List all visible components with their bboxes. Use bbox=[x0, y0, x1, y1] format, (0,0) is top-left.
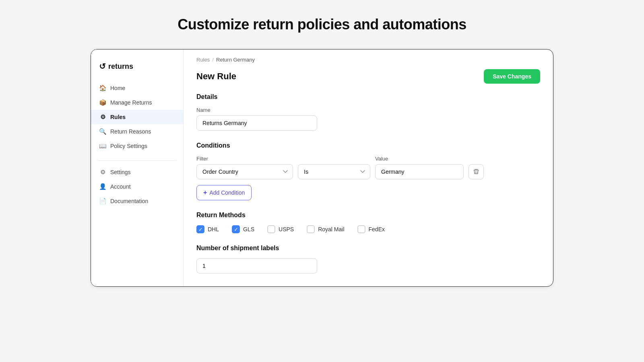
operator-field-group: Is Is Not Contains bbox=[298, 156, 370, 179]
filter-label: Filter bbox=[196, 156, 293, 162]
breadcrumb-separator: / bbox=[212, 57, 214, 63]
add-condition-label: Add Condition bbox=[209, 189, 245, 196]
sidebar-logo: ↺ returns bbox=[91, 58, 183, 81]
sidebar-item-manage-returns-label: Manage Returns bbox=[110, 99, 152, 106]
filter-field-group: Filter Order Country Order Value Product… bbox=[196, 156, 293, 179]
royal-mail-label: Royal Mail bbox=[318, 226, 344, 232]
sidebar-divider bbox=[97, 160, 177, 161]
documentation-icon: 📄 bbox=[99, 197, 106, 205]
details-section-title: Details bbox=[196, 93, 540, 101]
operator-label bbox=[298, 156, 370, 162]
usps-label: USPS bbox=[279, 226, 294, 232]
account-icon: 👤 bbox=[99, 183, 106, 190]
sidebar-item-manage-returns[interactable]: 📦 Manage Returns bbox=[91, 95, 183, 110]
sidebar-item-account-label: Account bbox=[110, 183, 131, 190]
trash-icon bbox=[473, 169, 479, 175]
shipment-labels-input[interactable] bbox=[196, 258, 317, 274]
page-title: Customize return policies and automation… bbox=[178, 16, 466, 33]
fedex-label: FedEx bbox=[369, 226, 385, 232]
app-container: ↺ returns 🏠 Home 📦 Manage Returns ⚙ Rule… bbox=[91, 49, 553, 287]
name-field-group: Name bbox=[196, 107, 540, 131]
add-condition-button[interactable]: + Add Condition bbox=[196, 185, 252, 200]
sidebar-item-settings[interactable]: ⚙ Settings bbox=[91, 165, 183, 179]
save-changes-button[interactable]: Save Changes bbox=[484, 69, 540, 84]
method-fedex[interactable]: FedEx bbox=[357, 225, 385, 233]
spacer-1 bbox=[196, 131, 540, 142]
dhl-checkbox[interactable]: ✓ bbox=[196, 225, 204, 233]
method-usps[interactable]: USPS bbox=[267, 225, 294, 233]
sidebar-item-return-reasons[interactable]: 🔍 Return Reasons bbox=[91, 124, 183, 139]
operator-select[interactable]: Is Is Not Contains bbox=[298, 164, 370, 179]
main-content: Rules / Return Germany New Rule Save Cha… bbox=[184, 49, 553, 286]
logo-text: returns bbox=[108, 62, 133, 71]
content-body: Details Name Conditions Filter Order Cou… bbox=[184, 84, 553, 286]
royal-mail-checkbox[interactable] bbox=[307, 225, 315, 233]
fedex-checkbox[interactable] bbox=[357, 225, 365, 233]
spacer-2 bbox=[196, 200, 540, 212]
sidebar-nav-main: 🏠 Home 📦 Manage Returns ⚙ Rules 🔍 Return… bbox=[91, 81, 183, 153]
method-royal-mail[interactable]: Royal Mail bbox=[307, 225, 344, 233]
sidebar-nav-bottom: ⚙ Settings 👤 Account 📄 Documentation bbox=[91, 165, 183, 208]
sidebar-item-return-reasons-label: Return Reasons bbox=[110, 128, 151, 135]
breadcrumb-parent[interactable]: Rules bbox=[196, 57, 210, 63]
manage-returns-icon: 📦 bbox=[99, 99, 106, 106]
value-field-group: Value bbox=[375, 156, 464, 179]
logo-icon: ↺ bbox=[99, 62, 106, 71]
delete-condition-button[interactable] bbox=[469, 164, 484, 179]
usps-checkbox[interactable] bbox=[267, 225, 275, 233]
conditions-row: Filter Order Country Order Value Product… bbox=[196, 156, 540, 179]
value-input[interactable] bbox=[375, 164, 464, 179]
spacer-3 bbox=[196, 233, 540, 245]
gls-label: GLS bbox=[243, 226, 254, 232]
sidebar: ↺ returns 🏠 Home 📦 Manage Returns ⚙ Rule… bbox=[91, 49, 184, 286]
dhl-label: DHL bbox=[208, 226, 219, 232]
breadcrumb: Rules / Return Germany bbox=[184, 49, 553, 63]
breadcrumb-current: Return Germany bbox=[216, 57, 255, 63]
shipment-labels-section-title: Number of shipment labels bbox=[196, 245, 540, 252]
sidebar-item-rules[interactable]: ⚙ Rules bbox=[91, 110, 183, 124]
settings-icon: ⚙ bbox=[99, 169, 106, 176]
name-label: Name bbox=[196, 107, 540, 113]
sidebar-item-home-label: Home bbox=[110, 85, 125, 91]
home-icon: 🏠 bbox=[99, 84, 106, 92]
sidebar-item-policy-settings[interactable]: 📖 Policy Settings bbox=[91, 139, 183, 153]
sidebar-item-rules-label: Rules bbox=[110, 114, 126, 120]
method-gls[interactable]: ✓ GLS bbox=[232, 225, 254, 233]
sidebar-item-documentation[interactable]: 📄 Documentation bbox=[91, 194, 183, 208]
conditions-section-title: Conditions bbox=[196, 142, 540, 149]
return-reasons-icon: 🔍 bbox=[99, 128, 106, 135]
new-rule-title: New Rule bbox=[196, 71, 236, 82]
value-label: Value bbox=[375, 156, 464, 162]
return-methods-row: ✓ DHL ✓ GLS USPS Royal Mail FedEx bbox=[196, 225, 540, 233]
return-methods-section-title: Return Methods bbox=[196, 212, 540, 219]
sidebar-item-account[interactable]: 👤 Account bbox=[91, 179, 183, 194]
sidebar-item-documentation-label: Documentation bbox=[110, 198, 148, 204]
rules-icon: ⚙ bbox=[99, 113, 106, 121]
sidebar-item-home[interactable]: 🏠 Home bbox=[91, 81, 183, 95]
policy-settings-icon: 📖 bbox=[99, 142, 106, 150]
sidebar-item-policy-settings-label: Policy Settings bbox=[110, 143, 147, 149]
method-dhl[interactable]: ✓ DHL bbox=[196, 225, 219, 233]
filter-select[interactable]: Order Country Order Value Product Tag bbox=[196, 164, 293, 179]
sidebar-item-settings-label: Settings bbox=[110, 169, 131, 175]
gls-checkbox[interactable]: ✓ bbox=[232, 225, 240, 233]
add-condition-plus-icon: + bbox=[203, 189, 207, 196]
name-input[interactable] bbox=[196, 115, 317, 131]
content-header: New Rule Save Changes bbox=[184, 63, 553, 84]
